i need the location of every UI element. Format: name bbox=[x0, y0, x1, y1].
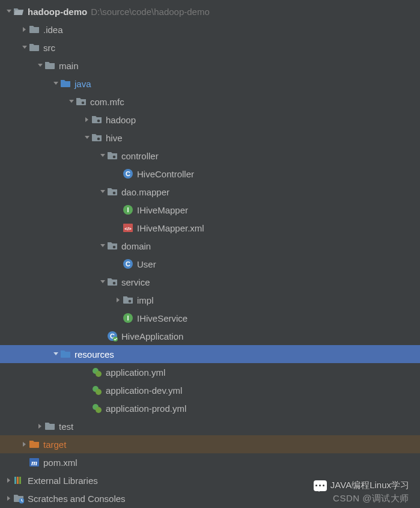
package-icon bbox=[107, 240, 118, 251]
chevron-down-icon[interactable] bbox=[20, 44, 29, 50]
resources-folder-icon bbox=[60, 349, 71, 360]
tree-item-user[interactable]: User bbox=[0, 255, 420, 273]
wechat-bubble-icon bbox=[314, 480, 327, 491]
spring-class-icon bbox=[107, 331, 118, 341]
tree-item-hadoop[interactable]: hadoop bbox=[0, 111, 420, 129]
folder-icon bbox=[44, 421, 55, 432]
chevron-right-icon[interactable] bbox=[83, 117, 91, 123]
tree-item-src[interactable]: src bbox=[0, 38, 420, 57]
item-label: IHiveMapper.xml bbox=[137, 223, 204, 233]
tree-item-target[interactable]: target bbox=[0, 435, 420, 453]
interface-icon bbox=[123, 204, 133, 215]
tree-item-ihivemapper[interactable]: IHiveMapper bbox=[0, 201, 420, 219]
tree-item-app-prod-yml[interactable]: application-prod.yml bbox=[0, 399, 420, 417]
tree-item-java[interactable]: java bbox=[0, 75, 420, 93]
item-label: src bbox=[43, 43, 55, 53]
excluded-folder-icon bbox=[29, 439, 40, 450]
tree-item-com-mfc[interactable]: com.mfc bbox=[0, 93, 420, 111]
watermark-wechat: JAVA编程Linux学习 bbox=[314, 480, 409, 491]
folder-icon bbox=[29, 24, 40, 35]
folder-icon bbox=[29, 42, 40, 53]
yaml-file-icon bbox=[91, 385, 102, 396]
tree-item-app-dev-yml[interactable]: application-dev.yml bbox=[0, 381, 420, 399]
chevron-right-icon[interactable] bbox=[36, 423, 44, 429]
item-label: External Libraries bbox=[28, 476, 98, 486]
watermark-csdn: CSDN @调试大师 bbox=[333, 493, 409, 504]
project-tree[interactable]: hadoop-demo D:\source\code\hadoop-demo .… bbox=[0, 0, 420, 507]
chevron-down-icon[interactable] bbox=[99, 279, 107, 285]
tree-item-test[interactable]: test bbox=[0, 417, 420, 435]
chevron-down-icon[interactable] bbox=[83, 135, 91, 141]
tree-item-resources[interactable]: resources bbox=[0, 345, 420, 363]
item-label: test bbox=[59, 421, 73, 432]
chevron-down-icon[interactable] bbox=[52, 351, 60, 357]
tree-item-service[interactable]: service bbox=[0, 273, 420, 291]
chevron-down-icon[interactable] bbox=[99, 189, 107, 195]
chevron-down-icon[interactable] bbox=[36, 63, 44, 69]
item-label: Scratches and Consoles bbox=[28, 494, 126, 504]
chevron-down-icon[interactable] bbox=[52, 81, 60, 87]
chevron-down-icon[interactable] bbox=[99, 153, 107, 159]
tree-item-impl[interactable]: impl bbox=[0, 291, 420, 309]
tree-item-domain[interactable]: domain bbox=[0, 237, 420, 255]
tree-item-hive[interactable]: hive bbox=[0, 129, 420, 147]
chevron-right-icon[interactable] bbox=[20, 26, 29, 32]
library-icon bbox=[13, 475, 24, 486]
item-label: hadoop bbox=[106, 115, 136, 125]
item-label: java bbox=[75, 79, 91, 89]
folder-icon bbox=[44, 60, 55, 71]
yaml-file-icon bbox=[91, 403, 102, 414]
item-label: domain bbox=[121, 241, 151, 251]
scratch-folder-icon bbox=[13, 493, 24, 504]
item-label: resources bbox=[75, 349, 114, 360]
tree-item-main[interactable]: main bbox=[0, 57, 420, 75]
package-icon bbox=[76, 96, 87, 107]
tree-item-daomapper[interactable]: dao.mapper bbox=[0, 183, 420, 201]
package-icon bbox=[123, 295, 133, 305]
item-label: IHiveService bbox=[137, 313, 187, 323]
interface-icon bbox=[123, 313, 133, 323]
tree-item-hivecontroller[interactable]: HiveController bbox=[0, 165, 420, 183]
root-path: D:\source\code\hadoop-demo bbox=[91, 7, 210, 17]
item-label: hive bbox=[106, 133, 123, 143]
item-label: IHiveMapper bbox=[137, 205, 188, 215]
package-icon bbox=[107, 277, 118, 287]
class-icon bbox=[123, 259, 133, 269]
chevron-right-icon[interactable] bbox=[114, 297, 123, 303]
source-folder-icon bbox=[60, 78, 71, 89]
tree-item-ihiveservice[interactable]: IHiveService bbox=[0, 309, 420, 327]
item-label: main bbox=[59, 61, 79, 71]
item-label: HiveController bbox=[137, 169, 194, 179]
chevron-right-icon[interactable] bbox=[5, 477, 13, 483]
tree-item-controller[interactable]: controller bbox=[0, 147, 420, 165]
tree-item-app-yml[interactable]: application.yml bbox=[0, 363, 420, 381]
tree-item-idea[interactable]: .idea bbox=[0, 20, 420, 38]
chevron-down-icon[interactable] bbox=[99, 243, 107, 249]
item-label: User bbox=[137, 259, 156, 269]
maven-file-icon bbox=[29, 457, 40, 468]
class-icon bbox=[123, 168, 133, 179]
item-label: dao.mapper bbox=[121, 187, 169, 197]
package-icon bbox=[107, 150, 118, 161]
item-label: .idea bbox=[43, 25, 63, 35]
package-icon bbox=[91, 114, 102, 125]
tree-item-hiveapplication[interactable]: HiveApplication bbox=[0, 327, 420, 345]
watermark-text: JAVA编程Linux学习 bbox=[330, 480, 409, 491]
xml-file-icon bbox=[123, 222, 133, 233]
chevron-right-icon[interactable] bbox=[20, 441, 29, 447]
chevron-right-icon[interactable] bbox=[5, 495, 13, 501]
package-icon bbox=[91, 132, 102, 143]
yaml-file-icon bbox=[91, 367, 102, 378]
chevron-down-icon[interactable] bbox=[67, 99, 76, 105]
tree-item-ihivemapper-xml[interactable]: IHiveMapper.xml bbox=[0, 219, 420, 237]
tree-item-pom[interactable]: pom.xml bbox=[0, 453, 420, 471]
package-icon bbox=[107, 186, 118, 197]
tree-root[interactable]: hadoop-demo D:\source\code\hadoop-demo bbox=[0, 2, 420, 20]
chevron-down-icon[interactable] bbox=[5, 8, 13, 14]
item-label: service bbox=[121, 277, 150, 287]
item-label: controller bbox=[121, 151, 159, 161]
item-label: application-dev.yml bbox=[106, 385, 182, 396]
item-label: com.mfc bbox=[90, 97, 124, 107]
item-label: impl bbox=[137, 295, 154, 305]
item-label: application-prod.yml bbox=[106, 403, 186, 414]
